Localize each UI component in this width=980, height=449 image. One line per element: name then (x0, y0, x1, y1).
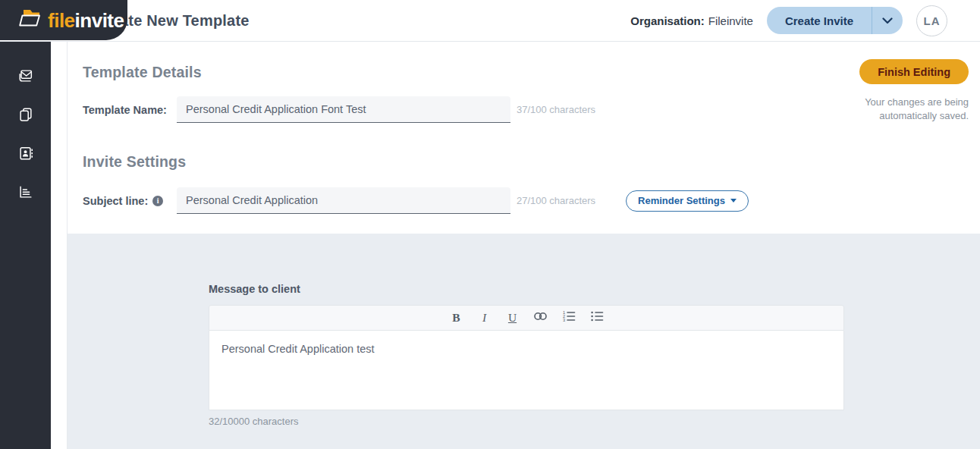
contacts-icon[interactable] (17, 145, 34, 162)
message-to-client-label: Message to client (209, 281, 980, 297)
finish-editing-button[interactable]: Finish Editing (859, 59, 969, 84)
mail-icon[interactable] (17, 68, 34, 84)
bullet-list-icon (590, 310, 604, 325)
message-editor-body[interactable]: Personal Credit Application test (209, 331, 844, 410)
organisation-text: Organisation:Fileinvite (630, 14, 753, 27)
subject-line-input[interactable] (177, 187, 510, 214)
template-form-section: Template Details Finish Editing Your cha… (68, 42, 980, 234)
reports-chart-icon[interactable] (17, 184, 34, 200)
fileinvite-logo[interactable]: fileinvite (0, 0, 127, 40)
autosave-note: Your changes are being automatically sav… (853, 96, 969, 123)
folder-icon (18, 8, 43, 33)
create-invite-button[interactable]: Create Invite (767, 7, 872, 34)
bullet-list-button[interactable] (589, 309, 605, 326)
subject-line-label: Subject line: i (83, 195, 177, 207)
sidebar-nav (0, 42, 51, 449)
main-area: Template Details Finish Editing Your cha… (51, 42, 980, 449)
template-name-counter: 37/100 characters (517, 104, 595, 115)
create-invite-dropdown-button[interactable] (872, 7, 903, 34)
template-details-heading: Template Details (83, 61, 969, 83)
copy-templates-icon[interactable] (17, 106, 34, 123)
subject-line-counter: 27/100 characters (517, 195, 595, 206)
content-panel: Template Details Finish Editing Your cha… (67, 42, 980, 449)
template-name-input[interactable] (177, 96, 510, 123)
message-section: Message to client B I U (68, 234, 980, 449)
reminder-settings-button[interactable]: Reminder Settings (626, 190, 749, 212)
link-icon (533, 311, 548, 325)
logo-text: fileinvite (48, 11, 124, 30)
subject-line-row: Subject line: i 27/100 characters Remind… (83, 187, 969, 214)
info-icon[interactable]: i (152, 196, 163, 206)
editor-toolbar: B I U (209, 305, 844, 331)
italic-button[interactable]: I (477, 309, 492, 326)
create-invite-split-button: Create Invite (767, 7, 903, 34)
app-header: Create New Template fileinvite Organisat… (0, 0, 980, 42)
svg-text:3: 3 (563, 318, 565, 322)
link-button[interactable] (533, 309, 548, 326)
ordered-list-button[interactable]: 1 2 3 (561, 309, 576, 326)
ordered-list-icon: 1 2 3 (562, 310, 576, 325)
chevron-down-icon (730, 199, 737, 203)
rich-text-editor: B I U (209, 305, 844, 410)
user-avatar[interactable]: LA (916, 5, 947, 36)
underline-button[interactable]: U (505, 309, 520, 326)
bold-button[interactable]: B (449, 309, 464, 326)
chevron-down-icon (882, 15, 893, 27)
save-column: Finish Editing Your changes are being au… (853, 59, 969, 123)
template-name-label: Template Name: (83, 104, 177, 116)
header-right: Organisation:Fileinvite Create Invite LA (630, 5, 947, 36)
message-counter: 32/10000 characters (209, 416, 980, 427)
template-name-row: Template Name: 37/100 characters (83, 96, 969, 123)
invite-settings-heading: Invite Settings (83, 151, 969, 172)
